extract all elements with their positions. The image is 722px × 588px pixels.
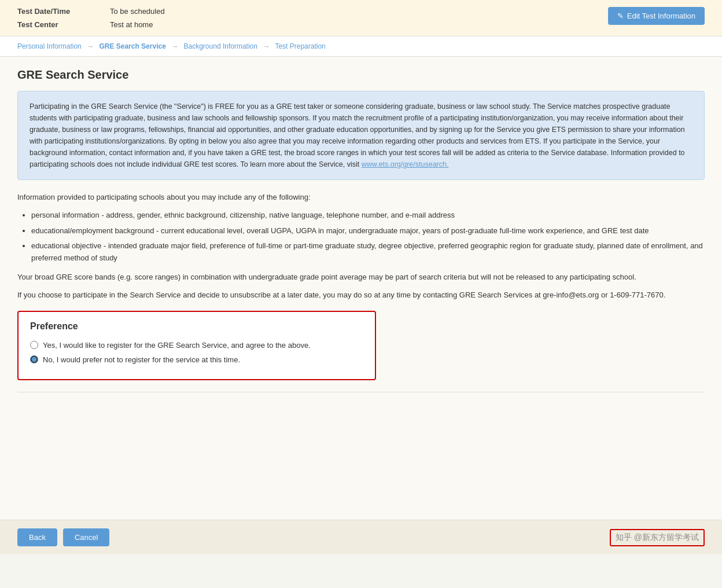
breadcrumb-item-1[interactable]: Personal Information [17, 42, 82, 50]
cancel-button[interactable]: Cancel [63, 528, 109, 546]
preference-radio-no[interactable] [30, 355, 38, 363]
intro-line: Information provided to participating sc… [17, 192, 705, 204]
test-date-row: Test Date/Time To be scheduled [17, 5, 705, 18]
footer-bar: Back Cancel 知乎 @新东方留学考试 [0, 520, 722, 554]
info-box: Participating in the GRE Search Service … [17, 91, 705, 180]
test-center-label: Test Center [17, 20, 110, 29]
info-text: Participating in the GRE Search Service … [30, 102, 685, 168]
page-title: GRE Search Service [17, 68, 705, 82]
test-date-label: Test Date/Time [17, 7, 110, 16]
preference-label-no[interactable]: No, I would prefer not to register for t… [43, 355, 240, 364]
preference-title: Preference [30, 321, 363, 332]
score-note: Your broad GRE score bands (e.g. score r… [17, 271, 705, 284]
breadcrumb-arrow-1: → [87, 42, 94, 50]
test-center-row: Test Center Test at home [17, 18, 705, 31]
edit-icon: ✎ [617, 12, 624, 20]
bullet-item-3: educational objective - intended graduat… [31, 240, 705, 264]
breadcrumb-arrow-2: → [171, 42, 178, 50]
breadcrumb-item-3[interactable]: Background Information [184, 42, 257, 50]
main-content: GRE Search Service Participating in the … [0, 57, 722, 520]
edit-test-label: Edit Test Information [627, 12, 695, 20]
top-info-bar: Test Date/Time To be scheduled Test Cent… [0, 0, 722, 36]
edit-test-button[interactable]: ✎ Edit Test Information [608, 7, 705, 25]
test-center-value: Test at home [110, 20, 153, 29]
breadcrumb-item-2[interactable]: GRE Search Service [99, 42, 165, 50]
bullet-item-2: educational/employment background - curr… [31, 225, 705, 237]
preference-label-yes[interactable]: Yes, I would like to register for the GR… [43, 341, 311, 350]
divider [17, 392, 705, 392]
breadcrumb-item-4[interactable]: Test Preparation [275, 42, 325, 50]
footer-buttons: Back Cancel [17, 528, 109, 546]
preference-box: Preference Yes, I would like to register… [17, 311, 376, 380]
preference-radio-yes[interactable] [30, 341, 38, 349]
test-date-value: To be scheduled [110, 7, 165, 16]
info-link[interactable]: www.ets.org/gre/stusearch. [362, 160, 449, 168]
bullet-item-1: personal information - address, gender, … [31, 210, 705, 222]
preference-option-yes[interactable]: Yes, I would like to register for the GR… [30, 341, 363, 350]
breadcrumb: Personal Information → GRE Search Servic… [0, 36, 722, 57]
info-section: Information provided to participating sc… [17, 192, 705, 302]
bullet-list: personal information - address, gender, … [31, 210, 705, 264]
back-button[interactable]: Back [17, 528, 57, 546]
unsubscribe-note: If you choose to participate in the Sear… [17, 289, 705, 302]
breadcrumb-arrow-3: → [263, 42, 270, 50]
watermark: 知乎 @新东方留学考试 [610, 529, 705, 546]
preference-option-no[interactable]: No, I would prefer not to register for t… [30, 355, 363, 364]
